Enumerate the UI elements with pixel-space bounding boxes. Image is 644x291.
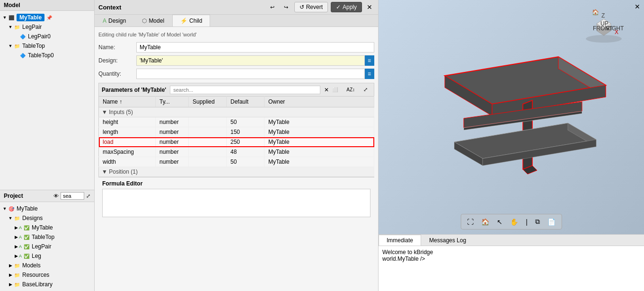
- proj-leg-d-label: Leg: [32, 253, 41, 259]
- tree-item-tabletop[interactable]: ▼ 📁 TableTop: [0, 41, 94, 51]
- project-search-input[interactable]: [61, 192, 84, 200]
- proj-baselibrary[interactable]: ▶ 📁 BaseLibrary: [0, 280, 94, 289]
- param-type-length: number: [156, 127, 189, 137]
- project-section: Project 👁 ⤢ ▼ 🎯 MyTable ▼ 📁 Designs: [0, 190, 94, 291]
- param-default-load: 250: [227, 137, 265, 147]
- tab-child[interactable]: ⚡ Child: [172, 15, 210, 26]
- expand-params-button[interactable]: ⤢: [360, 85, 371, 94]
- name-input[interactable]: [136, 42, 374, 53]
- undo-button[interactable]: ↩: [267, 3, 278, 12]
- tab-model[interactable]: ⬡ Model: [134, 15, 172, 26]
- proj-tree-mytable[interactable]: ▼ 🎯 MyTable: [0, 204, 94, 213]
- expand-arrow[interactable]: ▼: [8, 25, 13, 29]
- param-name-width: width: [99, 157, 156, 167]
- expand-icon[interactable]: ⤢: [86, 193, 90, 199]
- vp-clone-button[interactable]: ⧉: [532, 216, 543, 228]
- expand-arrow[interactable]: ▶: [13, 235, 19, 239]
- model-header: Model: [0, 0, 94, 11]
- expand-arrow[interactable]: ▶: [8, 263, 13, 268]
- tab-design[interactable]: A Design: [95, 15, 134, 26]
- viewport-close-button[interactable]: ✕: [635, 3, 640, 10]
- proj-legpair-design[interactable]: ▶ A ✅ LegPair: [0, 242, 94, 251]
- expand-arrow[interactable]: ▼: [2, 206, 8, 211]
- expand-arrow[interactable]: ▼: [8, 44, 13, 48]
- col-name[interactable]: Name ↑: [99, 97, 156, 107]
- design-icon: A: [19, 235, 22, 239]
- expand-arrow[interactable]: ▶: [8, 273, 13, 277]
- design-icon: A: [19, 244, 22, 249]
- proj-baselibrary-label: BaseLibrary: [22, 281, 53, 288]
- check-icon: ✅: [23, 233, 30, 241]
- spacer: [13, 34, 19, 39]
- vp-pan-button[interactable]: ✋: [507, 216, 521, 228]
- proj-mytable-design[interactable]: ▶ A ✅ MyTable: [0, 223, 94, 232]
- col-type[interactable]: Ty...: [156, 97, 189, 107]
- collapse-arrow[interactable]: ▼: [102, 168, 109, 175]
- expand-arrow[interactable]: ▶: [13, 254, 19, 258]
- proj-models[interactable]: ▶ 📁 Models: [0, 261, 94, 270]
- quantity-input[interactable]: [136, 69, 365, 79]
- folder-icon: 📁: [13, 262, 21, 269]
- design-browse-button[interactable]: ≡: [365, 55, 374, 66]
- expand-arrow[interactable]: ▼: [8, 216, 13, 220]
- tree-item-mytable-root[interactable]: ▼ ⬛ MyTable 📌: [0, 13, 94, 22]
- params-search-input[interactable]: [170, 86, 320, 94]
- param-owner-height: MyTable: [265, 117, 374, 127]
- quantity-input-group: ≡: [136, 69, 374, 79]
- model-panel: Model ▼ ⬛ MyTable 📌 ▼ 📁 LegPair 🔷 LegPai…: [0, 0, 95, 291]
- table-row[interactable]: maxSpacing number 48 MyTable: [99, 147, 374, 157]
- proj-legpair-d-label: LegPair: [32, 243, 51, 250]
- project-header: Project 👁 ⤢: [0, 190, 94, 202]
- proj-designs-label: Designs: [22, 215, 43, 221]
- eye-icon[interactable]: 👁: [53, 193, 59, 199]
- param-default-length: 150: [227, 127, 265, 137]
- bottom-line-2: world.MyTable />: [382, 256, 640, 262]
- expand-arrow[interactable]: ▶: [13, 225, 19, 230]
- vp-separator: |: [522, 216, 531, 228]
- proj-designs[interactable]: ▼ 📁 Designs: [0, 213, 94, 223]
- col-default[interactable]: Default: [227, 97, 265, 107]
- az-sort-button[interactable]: AZ↕: [343, 85, 358, 94]
- vp-export-button[interactable]: 📄: [544, 216, 559, 228]
- param-supplied-maxspacing: [189, 147, 227, 157]
- quantity-browse-button[interactable]: ≡: [365, 69, 374, 79]
- proj-tabletop-design[interactable]: ▶ A ✅ TableTop: [0, 232, 94, 242]
- tree-item-legpair[interactable]: ▼ 📁 LegPair: [0, 22, 94, 32]
- table-row[interactable]: width number 50 MyTable: [99, 157, 374, 167]
- proj-leg-design[interactable]: ▶ A ✅ Leg: [0, 251, 94, 261]
- design-input[interactable]: [136, 55, 365, 66]
- tab-messages-log[interactable]: Messages Log: [421, 235, 474, 246]
- expand-arrow[interactable]: ▼: [2, 15, 8, 20]
- context-panel: Context ↩ ↪ ↺ Revert ✓ Apply ✕ A Design: [95, 0, 379, 291]
- tree-item-tabletop0[interactable]: 🔷 TableTop0: [0, 51, 94, 60]
- apply-button[interactable]: ✓ Apply: [331, 2, 362, 12]
- model-tab-icon: ⬡: [142, 18, 147, 24]
- collapse-arrow[interactable]: ▼: [102, 109, 109, 115]
- expand-arrow[interactable]: ▶: [13, 244, 19, 249]
- col-owner[interactable]: Owner: [265, 97, 374, 107]
- tree-item-legpair0[interactable]: 🔷 LegPair0: [0, 32, 94, 41]
- table-row[interactable]: height number 50 MyTable: [99, 117, 374, 127]
- table-row-load[interactable]: load number 250 MyTable: [99, 137, 374, 147]
- formula-title: Formula Editor: [102, 180, 371, 187]
- vp-expand-button[interactable]: ⛶: [464, 216, 477, 228]
- vp-home-button[interactable]: 🏠: [478, 216, 493, 228]
- param-type-maxspacing: number: [156, 147, 189, 157]
- vp-cursor-button[interactable]: ↖: [494, 216, 506, 228]
- formula-editor[interactable]: [102, 189, 371, 217]
- design-row: Design: ≡: [98, 55, 374, 66]
- context-content: Editing child rule 'MyTable' of Model 'w…: [95, 27, 378, 291]
- close-button[interactable]: ✕: [365, 3, 374, 11]
- revert-button[interactable]: ↺ Revert: [294, 2, 328, 12]
- tab-immediate[interactable]: Immediate: [379, 235, 421, 246]
- spacer: [13, 53, 19, 58]
- table-row[interactable]: length number 150 MyTable: [99, 127, 374, 137]
- search-clear-button[interactable]: ✕: [324, 87, 329, 93]
- col-supplied[interactable]: Supplied: [189, 97, 227, 107]
- sort-icon-button[interactable]: ⬜: [329, 85, 341, 94]
- param-name-height: height: [99, 117, 156, 127]
- proj-resources[interactable]: ▶ 📁 Resources: [0, 270, 94, 280]
- project-title: Project: [4, 193, 52, 199]
- expand-arrow[interactable]: ▶: [8, 282, 13, 287]
- redo-button[interactable]: ↪: [281, 3, 291, 12]
